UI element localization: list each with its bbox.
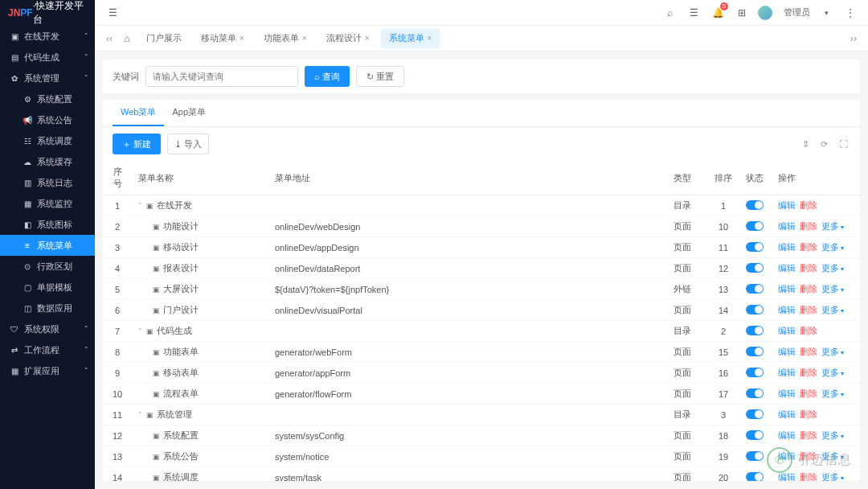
edit-link[interactable]: 编辑 [778,305,796,314]
inbox-icon[interactable]: ☰ [686,5,702,21]
close-icon[interactable]: × [302,34,307,43]
chevron-down-icon[interactable]: ˅ [138,327,146,335]
sidebar-item[interactable]: 📢系统公告 [0,109,95,130]
page-tab[interactable]: 移动菜单× [193,29,252,48]
more-link[interactable]: 更多 [821,221,844,231]
more-link[interactable]: 更多 [821,472,844,481]
tabs-prev-icon[interactable]: ‹‹ [101,33,117,44]
chevron-down-icon[interactable]: ˅ [138,202,146,210]
delete-link[interactable]: 删除 [800,326,817,335]
edit-link[interactable]: 编辑 [778,409,796,419]
edit-link[interactable]: 编辑 [778,430,796,440]
delete-link[interactable]: 删除 [800,409,817,419]
edit-link[interactable]: 编辑 [778,472,796,481]
search-input[interactable] [145,66,298,87]
chevron-down-icon[interactable]: ▾ [818,5,834,21]
new-button[interactable]: ＋新建 [113,134,161,154]
sidebar-item[interactable]: ◧系统图标 [0,214,95,235]
delete-link[interactable]: 删除 [800,263,817,273]
page-tab[interactable]: 门户展示 [138,29,190,48]
edit-link[interactable]: 编辑 [778,368,796,377]
sidebar-item[interactable]: ▣在线开发˅ [0,26,95,47]
edit-link[interactable]: 编辑 [778,200,796,210]
more-link[interactable]: 更多 [821,284,844,294]
sidebar-item[interactable]: ☁系统缓存 [0,151,95,172]
avatar[interactable] [758,6,772,20]
more-link[interactable]: 更多 [821,305,844,314]
sidebar-item[interactable]: ▥系统日志 [0,172,95,193]
delete-link[interactable]: 删除 [800,242,817,252]
delete-link[interactable]: 删除 [800,305,817,314]
status-toggle[interactable] [746,305,764,314]
more-link[interactable]: 更多 [821,242,844,252]
import-button[interactable]: ⤓ 导入 [167,134,209,154]
delete-link[interactable]: 删除 [800,388,817,398]
more-link[interactable]: 更多 [821,451,844,461]
edit-link[interactable]: 编辑 [778,221,796,231]
status-toggle[interactable] [746,242,764,252]
reset-button[interactable]: ↻重置 [356,66,404,87]
more-icon[interactable]: ⋮ [842,5,858,21]
close-icon[interactable]: × [240,34,244,43]
edit-link[interactable]: 编辑 [778,242,796,252]
sidebar-item[interactable]: ≡系统菜单 [0,235,95,256]
edit-link[interactable]: 编辑 [778,388,796,398]
more-link[interactable]: 更多 [821,263,844,273]
status-toggle[interactable] [746,326,764,335]
status-toggle[interactable] [746,409,764,419]
status-toggle[interactable] [746,430,764,440]
status-toggle[interactable] [746,263,764,273]
collapse-icon[interactable]: ⇕ [800,139,812,150]
status-toggle[interactable] [746,388,764,398]
sidebar-item[interactable]: ✿系统管理˄ [0,68,95,88]
user-name[interactable]: 管理员 [784,6,810,18]
edit-link[interactable]: 编辑 [778,326,796,335]
edit-link[interactable]: 编辑 [778,263,796,273]
sidebar-item[interactable]: ▢单据模板 [0,277,95,298]
sidebar-item[interactable]: ☷系统调度 [0,130,95,151]
page-tab[interactable]: 流程设计× [318,29,378,48]
more-link[interactable]: 更多 [821,430,844,440]
sub-tab-web[interactable]: Web菜单 [113,100,164,126]
fullscreen-icon[interactable]: ⛶ [837,139,850,149]
sidebar-item[interactable]: 🛡系统权限˅ [0,318,95,339]
delete-link[interactable]: 删除 [800,451,817,461]
sidebar-item[interactable]: ◫数据应用 [0,298,95,318]
refresh-icon[interactable]: ⟳ [818,139,830,150]
menu-collapse-icon[interactable]: ☰ [104,5,121,21]
status-toggle[interactable] [746,221,764,231]
status-toggle[interactable] [746,200,764,210]
status-toggle[interactable] [746,368,764,377]
delete-link[interactable]: 删除 [800,430,817,440]
more-link[interactable]: 更多 [821,388,844,398]
tabs-next-icon[interactable]: ›› [845,33,862,44]
edit-link[interactable]: 编辑 [778,451,796,461]
sidebar-item[interactable]: ▦系统监控 [0,193,95,214]
delete-link[interactable]: 删除 [800,472,817,481]
close-icon[interactable]: × [365,34,370,43]
sidebar-item[interactable]: ▤代码生成˅ [0,47,95,68]
page-tab[interactable]: 功能表单× [256,29,315,48]
close-icon[interactable]: × [428,34,432,43]
chevron-down-icon[interactable]: ˅ [138,411,146,419]
tab-home-icon[interactable]: ⌂ [117,33,137,44]
delete-link[interactable]: 删除 [800,347,817,356]
delete-link[interactable]: 删除 [800,368,817,377]
sidebar-item[interactable]: ⇄工作流程˅ [0,339,95,360]
search-icon[interactable]: ⌕ [661,5,678,21]
delete-link[interactable]: 删除 [800,221,817,231]
status-toggle[interactable] [746,472,764,482]
status-toggle[interactable] [746,284,764,294]
bell-icon[interactable]: 🔔5 [710,5,726,21]
sidebar-item[interactable]: ⚙系统配置 [0,88,95,109]
sidebar-item[interactable]: ▦扩展应用˅ [0,360,95,381]
edit-link[interactable]: 编辑 [778,284,796,294]
apps-icon[interactable]: ⊞ [734,5,750,21]
more-link[interactable]: 更多 [821,368,844,377]
status-toggle[interactable] [746,451,764,461]
query-button[interactable]: ⌕查询 [305,66,350,87]
sidebar-item[interactable]: ⊙行政区划 [0,256,95,277]
edit-link[interactable]: 编辑 [778,347,796,356]
delete-link[interactable]: 删除 [800,284,817,294]
more-link[interactable]: 更多 [821,347,844,356]
